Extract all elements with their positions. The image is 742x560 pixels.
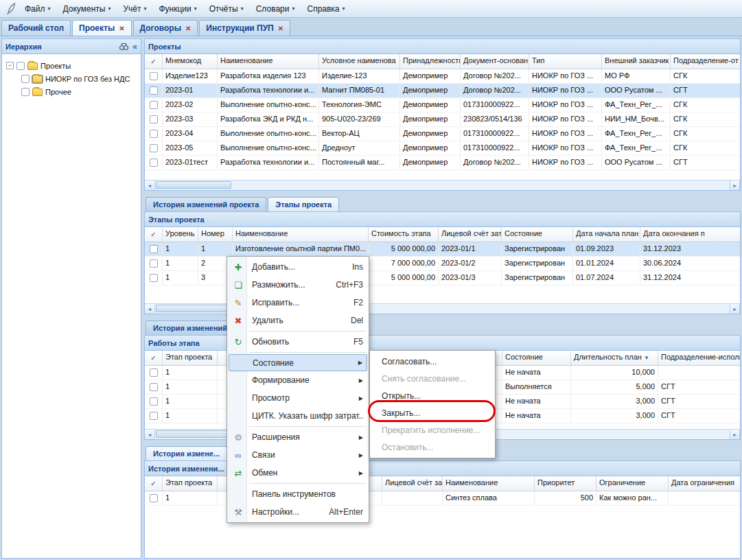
menu-item-add[interactable]: ✚Добавить...Ins xyxy=(229,258,367,276)
column-header[interactable]: Условное наименова xyxy=(319,54,400,69)
scrollbar-thumb[interactable] xyxy=(156,181,231,189)
table-row[interactable]: 2023-01тестРазработка технологии и...Пос… xyxy=(145,156,740,170)
submenu-item-unapprove[interactable]: Снять согласование... xyxy=(372,370,493,387)
menubar-item-Отчёты[interactable]: Отчёты▾ xyxy=(204,2,249,16)
row-checkbox[interactable] xyxy=(150,159,158,167)
close-icon[interactable]: ✕ xyxy=(119,25,124,32)
scroll-left-icon[interactable]: ◂ xyxy=(145,180,155,190)
column-header[interactable]: Внешний заказчик xyxy=(602,54,671,69)
close-icon[interactable]: ✕ xyxy=(185,25,191,32)
menu-item-exchange[interactable]: ⇄Обмен▶ xyxy=(229,464,367,482)
menubar-item-Документы[interactable]: Документы▾ xyxy=(58,2,117,16)
column-header[interactable]: Состояние xyxy=(502,227,573,242)
select-all-header[interactable]: ✓ xyxy=(145,351,163,365)
tree-node[interactable]: Прочее xyxy=(5,85,138,98)
row-checkbox[interactable] xyxy=(150,412,158,420)
table-row[interactable]: 2023-02Выполнение опытно-конс...Технолог… xyxy=(145,98,740,113)
row-checkbox[interactable] xyxy=(150,494,158,502)
column-header[interactable]: Стоимость этапа xyxy=(369,227,439,242)
column-header[interactable]: Принадлежность xyxy=(400,54,461,69)
sub-tab[interactable]: История изменений проекта xyxy=(146,197,266,211)
tree-node[interactable]: НИОКР по ГОЗ без НДС xyxy=(5,72,138,85)
table-row[interactable]: 2023-03Разработка ЭКД и РКД н...905-U020… xyxy=(145,113,740,127)
submenu-item-stop[interactable]: Остановить... xyxy=(372,439,493,456)
scroll-left-icon[interactable]: ◂ xyxy=(145,304,155,314)
tree-node-checkbox[interactable] xyxy=(21,88,30,96)
search-icon[interactable] xyxy=(119,42,129,51)
scrollbar-track[interactable] xyxy=(155,180,730,190)
expander-icon[interactable]: − xyxy=(6,62,14,69)
column-header[interactable]: Наименование xyxy=(218,54,319,69)
row-checkbox[interactable] xyxy=(150,383,158,391)
column-header[interactable]: Наименование xyxy=(233,227,369,242)
menubar-item-Файл[interactable]: Файл▾ xyxy=(19,2,56,16)
tree-node[interactable]: −Проекты xyxy=(5,59,138,72)
row-checkbox[interactable] xyxy=(150,369,158,377)
column-header[interactable]: Приоритет xyxy=(535,476,596,491)
row-checkbox[interactable] xyxy=(150,115,158,124)
menubar-item-Словари[interactable]: Словари▾ xyxy=(251,2,301,16)
menu-item-state[interactable]: Состояние▶ xyxy=(229,354,367,371)
column-header[interactable]: Подразделение-от xyxy=(671,54,740,69)
row-checkbox[interactable] xyxy=(150,101,158,109)
main-tab[interactable]: Проекты✕ xyxy=(72,20,131,36)
menu-item-refresh[interactable]: ↻ОбновитьF5 xyxy=(229,333,367,351)
close-icon[interactable]: ✕ xyxy=(278,25,283,32)
column-header[interactable]: Подразделение-исполн xyxy=(658,351,740,365)
menu-item-links[interactable]: ∞Связи▶ xyxy=(229,446,367,464)
row-checkbox[interactable] xyxy=(150,245,158,253)
row-checkbox[interactable] xyxy=(150,259,158,268)
row-checkbox[interactable] xyxy=(150,144,158,152)
menubar-item-Справка[interactable]: Справка▾ xyxy=(301,2,350,16)
row-checkbox[interactable] xyxy=(150,130,158,138)
scroll-right-icon[interactable]: ▸ xyxy=(730,180,740,190)
column-header[interactable]: Дата окончания п xyxy=(640,227,740,242)
column-header[interactable]: Уровень xyxy=(163,227,198,242)
menu-item-edit[interactable]: ✎Исправить...F2 xyxy=(229,294,367,312)
submenu-item-close[interactable]: Закрыть... xyxy=(372,404,493,421)
row-checkbox[interactable] xyxy=(150,274,158,282)
menu-item-citk[interactable]: ЦИТК. Указать шифр затрат... xyxy=(229,407,367,425)
select-all-header[interactable]: ✓ xyxy=(145,54,163,69)
column-header[interactable]: Наименование xyxy=(443,476,535,491)
menu-item-settings[interactable]: ⚒Настройки...Alt+Enter xyxy=(229,503,367,521)
tree-node-checkbox[interactable] xyxy=(16,62,25,70)
main-tab[interactable]: Инструкции ПУП✕ xyxy=(199,20,290,36)
column-header[interactable]: Лицевой счёт затрат xyxy=(439,227,502,242)
sub-tab[interactable]: Этапы проекта xyxy=(268,197,339,211)
column-header[interactable]: Дата ограничения xyxy=(669,476,740,491)
row-checkbox[interactable] xyxy=(150,397,158,406)
row-checkbox[interactable] xyxy=(150,72,158,80)
column-header[interactable]: Ограничение xyxy=(596,476,669,491)
column-header[interactable]: Тип xyxy=(529,54,602,69)
table-row[interactable]: 2023-04Выполнение опытно-конс...Вектор-А… xyxy=(145,127,740,141)
menu-item-duplicate[interactable]: ❏Размножить...Ctrl+F3 xyxy=(229,276,367,294)
menu-item-toolbar[interactable]: Панель инструментов xyxy=(229,485,367,503)
column-header[interactable]: Документ-основан xyxy=(461,54,529,69)
sub-tab[interactable]: История измене... xyxy=(146,446,227,460)
table-row[interactable]: 11Изготовление опытной партии ПМ0...5 00… xyxy=(145,242,740,257)
collapse-panel-icon[interactable]: « xyxy=(132,42,137,51)
tree-node-checkbox[interactable] xyxy=(21,75,30,83)
scroll-right-icon[interactable]: ▸ xyxy=(730,304,740,314)
column-header[interactable]: Номер xyxy=(198,227,233,242)
column-header[interactable]: Длительность план▼ xyxy=(571,351,658,365)
scroll-left-icon[interactable]: ◂ xyxy=(145,430,155,439)
column-header[interactable]: Состояние xyxy=(502,351,571,365)
menu-item-view[interactable]: Просмотр▶ xyxy=(229,389,367,407)
menu-item-extensions[interactable]: ⚙Расширения▶ xyxy=(229,428,367,446)
select-all-header[interactable]: ✓ xyxy=(145,476,163,491)
menubar-item-Функции[interactable]: Функции▾ xyxy=(153,2,202,16)
menu-item-delete[interactable]: ✖УдалитьDel xyxy=(229,312,367,329)
submenu-item-approve[interactable]: Согласовать... xyxy=(372,353,493,370)
column-header[interactable]: Лицевой счёт затр xyxy=(382,476,443,491)
column-header[interactable]: Этап проекта xyxy=(163,351,218,365)
horizontal-scrollbar[interactable]: ◂ ▸ xyxy=(145,180,740,190)
menubar-item-Учёт[interactable]: Учёт▾ xyxy=(117,2,152,16)
column-header[interactable]: Этап проекта xyxy=(163,476,218,491)
select-all-header[interactable]: ✓ xyxy=(145,227,163,242)
column-header[interactable]: Дата начала план xyxy=(573,227,640,242)
table-row[interactable]: Изделие123Разработка изделия 123Изделие-… xyxy=(145,69,740,84)
scroll-right-icon[interactable]: ▸ xyxy=(730,430,740,439)
main-tab[interactable]: Договоры✕ xyxy=(133,20,198,36)
